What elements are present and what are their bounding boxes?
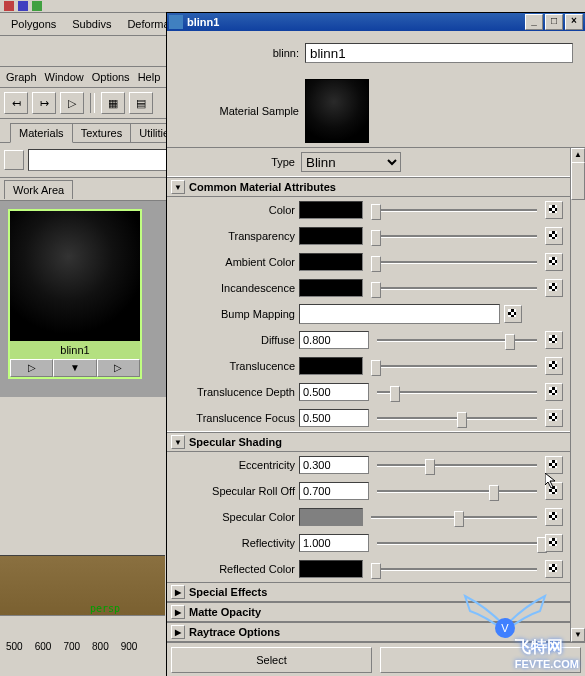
tab-workarea[interactable]: Work Area: [4, 180, 73, 199]
transdepth-slider[interactable]: [377, 384, 537, 400]
swatch-sphere: [10, 211, 140, 341]
section-specular[interactable]: ▼ Specular Shading: [167, 432, 571, 452]
map-button[interactable]: [545, 253, 563, 271]
maximize-button[interactable]: □: [545, 14, 563, 30]
map-button[interactable]: [545, 482, 563, 500]
tb-btn[interactable]: ↤: [4, 92, 28, 114]
type-select[interactable]: Blinn: [301, 152, 401, 172]
scroll-thumb[interactable]: [571, 162, 585, 200]
reflectivity-slider[interactable]: [377, 535, 537, 551]
node-name-input[interactable]: [305, 43, 573, 63]
ecc-input[interactable]: [299, 456, 369, 474]
map-button[interactable]: [545, 279, 563, 297]
map-button[interactable]: [545, 357, 563, 375]
tb-btn[interactable]: ▷: [60, 92, 84, 114]
bump-label: Bump Mapping: [175, 308, 295, 320]
diffuse-slider[interactable]: [377, 332, 537, 348]
minimize-button[interactable]: _: [525, 14, 543, 30]
ambient-swatch[interactable]: [299, 253, 363, 271]
window-title: blinn1: [187, 16, 219, 28]
map-button[interactable]: [545, 227, 563, 245]
shelf-subdivs[interactable]: Subdivs: [65, 15, 118, 33]
color-label: Color: [175, 204, 295, 216]
type-label: Type: [175, 156, 295, 168]
rolloff-input[interactable]: [299, 482, 369, 500]
section-title: Special Effects: [189, 586, 267, 598]
swatch-label: blinn1: [10, 341, 140, 359]
collapse-icon[interactable]: ▼: [171, 180, 185, 194]
material-swatch[interactable]: blinn1 ▷ ▼ ▷: [8, 209, 142, 379]
filter-icon[interactable]: [4, 150, 24, 170]
map-button[interactable]: [504, 305, 522, 323]
section-common[interactable]: ▼ Common Material Attributes: [167, 177, 571, 197]
tool-icon[interactable]: [18, 1, 28, 11]
transfocus-input[interactable]: [299, 409, 369, 427]
color-swatch[interactable]: [299, 201, 363, 219]
expand-icon[interactable]: ▶: [171, 605, 185, 619]
material-sample-sphere: [305, 79, 369, 143]
transparency-slider[interactable]: [371, 228, 537, 244]
swatch-menu[interactable]: ▼: [53, 359, 96, 377]
reflcolor-slider[interactable]: [371, 561, 537, 577]
translucence-slider[interactable]: [371, 358, 537, 374]
tb-btn[interactable]: ↦: [32, 92, 56, 114]
reflectivity-input[interactable]: [299, 534, 369, 552]
bump-input[interactable]: [299, 304, 500, 324]
map-button[interactable]: [545, 201, 563, 219]
map-button[interactable]: [545, 409, 563, 427]
material-sample-label: Material Sample: [179, 105, 299, 117]
titlebar[interactable]: blinn1 _ □ ×: [167, 13, 585, 31]
map-button[interactable]: [545, 456, 563, 474]
transdepth-label: Translucence Depth: [175, 386, 295, 398]
ambient-slider[interactable]: [371, 254, 537, 270]
incandescence-swatch[interactable]: [299, 279, 363, 297]
map-button[interactable]: [545, 508, 563, 526]
tab-textures[interactable]: Textures: [72, 123, 132, 142]
map-button[interactable]: [545, 534, 563, 552]
transparency-swatch[interactable]: [299, 227, 363, 245]
select-button[interactable]: Select: [171, 647, 372, 673]
transfocus-slider[interactable]: [377, 410, 537, 426]
tb-btn[interactable]: ▤: [129, 92, 153, 114]
expand-icon[interactable]: ▶: [171, 625, 185, 639]
map-button[interactable]: [545, 560, 563, 578]
tick: 600: [35, 641, 52, 652]
color-slider[interactable]: [371, 202, 537, 218]
translucence-swatch[interactable]: [299, 357, 363, 375]
transfocus-label: Translucence Focus: [175, 412, 295, 424]
tool-icon[interactable]: [32, 1, 42, 11]
shelf-polygons[interactable]: Polygons: [4, 15, 63, 33]
speccolor-swatch[interactable]: [299, 508, 363, 526]
section-sfx[interactable]: ▶ Special Effects: [167, 582, 571, 602]
scrollbar[interactable]: ▲ ▼: [570, 148, 585, 642]
ecc-slider[interactable]: [377, 457, 537, 473]
watermark: 飞特网 FEVTE.COM: [515, 637, 579, 670]
close-button[interactable]: ×: [565, 14, 583, 30]
timeline[interactable]: 500 600 700 800 900: [0, 615, 165, 676]
reflcolor-swatch[interactable]: [299, 560, 363, 578]
swatch-next[interactable]: ▷: [97, 359, 140, 377]
tick: 700: [63, 641, 80, 652]
speccolor-slider[interactable]: [371, 509, 537, 525]
incandescence-slider[interactable]: [371, 280, 537, 296]
rolloff-slider[interactable]: [377, 483, 537, 499]
tool-icon[interactable]: [4, 1, 14, 11]
viewport[interactable]: [0, 555, 165, 616]
menu-help[interactable]: Help: [138, 71, 161, 83]
section-matte[interactable]: ▶ Matte Opacity: [167, 602, 571, 622]
menu-graph[interactable]: Graph: [6, 71, 37, 83]
map-button[interactable]: [545, 383, 563, 401]
watermark-brand: 飞特网: [515, 637, 579, 658]
menu-window[interactable]: Window: [45, 71, 84, 83]
expand-icon[interactable]: ▶: [171, 585, 185, 599]
transdepth-input[interactable]: [299, 383, 369, 401]
tb-btn[interactable]: ▦: [101, 92, 125, 114]
collapse-icon[interactable]: ▼: [171, 435, 185, 449]
map-button[interactable]: [545, 331, 563, 349]
tab-materials[interactable]: Materials: [10, 123, 73, 143]
section-raytrace[interactable]: ▶ Raytrace Options: [167, 622, 571, 642]
diffuse-input[interactable]: [299, 331, 369, 349]
app-icon: [169, 15, 183, 29]
swatch-prev[interactable]: ▷: [10, 359, 53, 377]
menu-options[interactable]: Options: [92, 71, 130, 83]
